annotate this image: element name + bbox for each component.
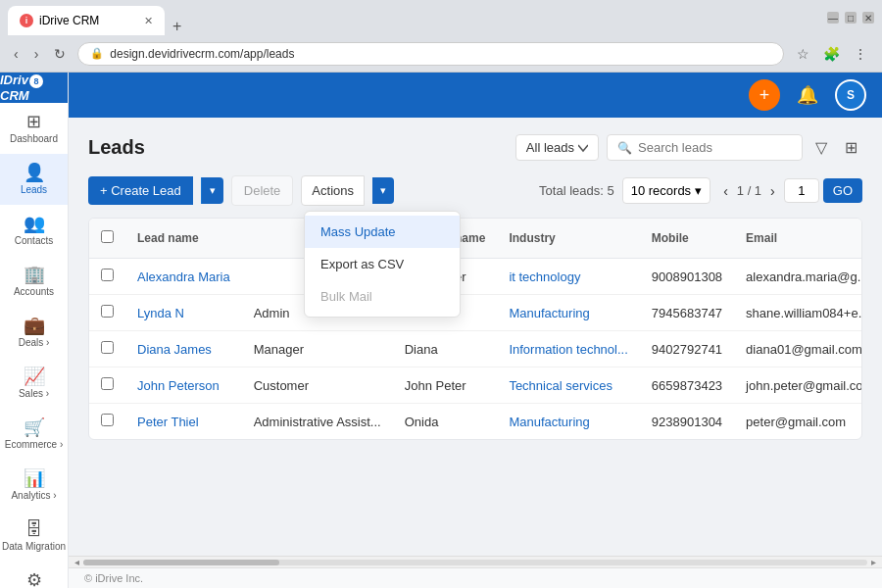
lead-name-link[interactable]: Alexandra Maria [137, 270, 230, 284]
page-header: Leads All leads 🔍 ▽ ⊞ [88, 133, 862, 162]
page-number-input[interactable] [784, 178, 819, 203]
url-text: design.devidrivecrm.com/app/leads [110, 47, 771, 61]
address-bar[interactable]: 🔒 design.devidrivecrm.com/app/leads [77, 42, 784, 66]
back-btn[interactable]: ‹ [10, 42, 23, 66]
page-title: Leads [88, 136, 145, 159]
close-btn[interactable]: ✕ [862, 12, 874, 24]
topbar-bell-btn[interactable]: 🔔 [792, 79, 823, 111]
bookmark-btn[interactable]: ☆ [792, 42, 814, 66]
sidebar-item-contacts[interactable]: 👥 Contacts [0, 205, 68, 256]
sidebar-label-leads: Leads [21, 184, 47, 195]
topbar: + 🔔 S [69, 73, 882, 118]
sidebar-item-analytics[interactable]: 📊 Analytics › [0, 460, 68, 511]
create-lead-arrow-btn[interactable]: ▾ [201, 177, 223, 204]
search-input[interactable] [638, 140, 792, 155]
browser-tab-active[interactable]: i iDrive CRM ✕ [8, 6, 165, 35]
row-checkbox[interactable] [101, 269, 114, 281]
records-label: 10 records [631, 183, 691, 198]
lead-name-link[interactable]: Lynda N [137, 306, 184, 320]
table-header: Lead name Account name Industry Mobile E… [89, 219, 862, 259]
scrollbar-track[interactable] [83, 560, 867, 565]
scroll-right-btn[interactable]: ▸ [867, 557, 880, 567]
records-arrow-icon: ▾ [695, 183, 702, 198]
dropdown-item-bulk-mail: Bulk Mail [305, 280, 460, 313]
table-row: Alexandra Maria John Peter it technology… [89, 259, 862, 295]
lock-icon: 🔒 [90, 47, 104, 60]
mass-update-label: Mass Update [320, 224, 396, 239]
action-bar-right: Total leads: 5 10 records ▾ ‹ 1 / 1 › GO [539, 177, 862, 204]
actions-dropdown-menu: Mass Update Export as CSV Bulk Mail [304, 211, 461, 318]
lead-name-link[interactable]: Peter Thiel [137, 415, 199, 429]
scrollbar-thumb[interactable] [83, 560, 279, 565]
cell-mobile: 9008901308 [640, 259, 734, 295]
sidebar: IDriv8 CRM ⊞ Dashboard 👤 Leads 👥 Contact… [0, 73, 69, 588]
records-per-page-select[interactable]: 10 records ▾ [622, 177, 710, 204]
sidebar-item-accounts[interactable]: 🏢 Accounts [0, 256, 68, 307]
sidebar-item-ecommerce[interactable]: 🛒 Ecommerce › [0, 409, 68, 460]
page-info: 1 / 1 [737, 183, 761, 198]
delete-btn[interactable]: Delete [231, 175, 294, 206]
deals-icon: 💼 [24, 317, 45, 334]
sidebar-label-accounts: Accounts [14, 286, 54, 297]
extensions-btn[interactable]: 🧩 [818, 42, 845, 66]
sidebar-item-leads[interactable]: 👤 Leads [0, 154, 68, 205]
sidebar-label-data-migration: Data Migration [2, 541, 66, 552]
search-box[interactable]: 🔍 [607, 134, 803, 161]
sidebar-label-sales: Sales › [19, 388, 49, 399]
prev-page-btn[interactable]: ‹ [718, 181, 733, 201]
sidebar-item-data-migration[interactable]: 🗄 Data Migration [0, 511, 68, 562]
sidebar-logo: IDriv8 CRM [0, 73, 68, 103]
row-checkbox[interactable] [101, 414, 114, 426]
dropdown-item-export-csv[interactable]: Export as CSV [305, 248, 460, 280]
maximize-btn[interactable]: □ [845, 12, 857, 24]
forward-btn[interactable]: › [30, 42, 43, 66]
lead-name-link[interactable]: John Peterson [137, 378, 220, 393]
lead-name-link[interactable]: Diana James [137, 342, 212, 357]
cell-email: john.peter@gmail.co... [734, 368, 862, 404]
scroll-left-btn[interactable]: ◂ [71, 557, 83, 567]
select-all-checkbox[interactable] [101, 230, 114, 243]
go-btn[interactable]: GO [823, 178, 862, 203]
create-lead-btn[interactable]: + Create Lead [88, 176, 193, 205]
sidebar-item-dashboard[interactable]: ⊞ Dashboard [0, 103, 68, 154]
table-row: Peter Thiel Administrative Assist... Oni… [89, 404, 862, 440]
row-checkbox-cell [89, 295, 125, 331]
sidebar-item-settings[interactable]: ⚙ Settings › [0, 562, 68, 588]
cell-mobile: 9238901304 [640, 404, 734, 440]
col-mobile: Mobile [640, 219, 734, 259]
cell-mobile: 7945683747 [640, 295, 734, 331]
cell-account-name: Onida [393, 404, 498, 440]
refresh-btn[interactable]: ↻ [50, 42, 70, 66]
row-checkbox[interactable] [101, 305, 114, 318]
dropdown-item-mass-update[interactable]: Mass Update [305, 216, 460, 248]
tab-close-btn[interactable]: ✕ [144, 15, 153, 27]
cell-email: peter@gmail.com [734, 404, 862, 440]
contacts-icon: 👥 [24, 215, 45, 232]
sidebar-label-deals: Deals › [19, 337, 50, 348]
all-leads-dropdown[interactable]: All leads [515, 134, 599, 161]
horizontal-scrollbar[interactable]: ◂ ▸ [69, 556, 882, 567]
sidebar-item-sales[interactable]: 📈 Sales › [0, 358, 68, 409]
topbar-avatar[interactable]: S [835, 79, 866, 111]
row-checkbox[interactable] [101, 341, 114, 354]
cell-industry: it technology [497, 259, 639, 295]
row-checkbox-cell [89, 259, 125, 295]
col-lead-name: Lead name [125, 219, 242, 259]
row-checkbox[interactable] [101, 377, 114, 390]
footer-text: © iDrive Inc. [84, 572, 143, 584]
actions-btn[interactable]: Actions [301, 175, 365, 206]
new-tab-btn[interactable]: + [167, 18, 187, 35]
actions-arrow-btn[interactable]: ▾ [372, 177, 394, 204]
table-row: Diana James Manager Diana Information te… [89, 331, 862, 368]
sidebar-label-dashboard: Dashboard [10, 133, 58, 144]
col-industry: Industry [497, 219, 639, 259]
menu-btn[interactable]: ⋮ [849, 42, 872, 66]
minimize-btn[interactable]: — [827, 12, 839, 24]
next-page-btn[interactable]: › [765, 181, 780, 201]
app: IDriv8 CRM ⊞ Dashboard 👤 Leads 👥 Contact… [0, 73, 882, 588]
filter-icon-btn[interactable]: ▽ [810, 133, 832, 162]
browser-actions: ☆ 🧩 ⋮ [792, 42, 872, 66]
grid-view-btn[interactable]: ⊞ [840, 133, 862, 162]
sidebar-item-deals[interactable]: 💼 Deals › [0, 307, 68, 358]
topbar-add-btn[interactable]: + [749, 79, 780, 111]
